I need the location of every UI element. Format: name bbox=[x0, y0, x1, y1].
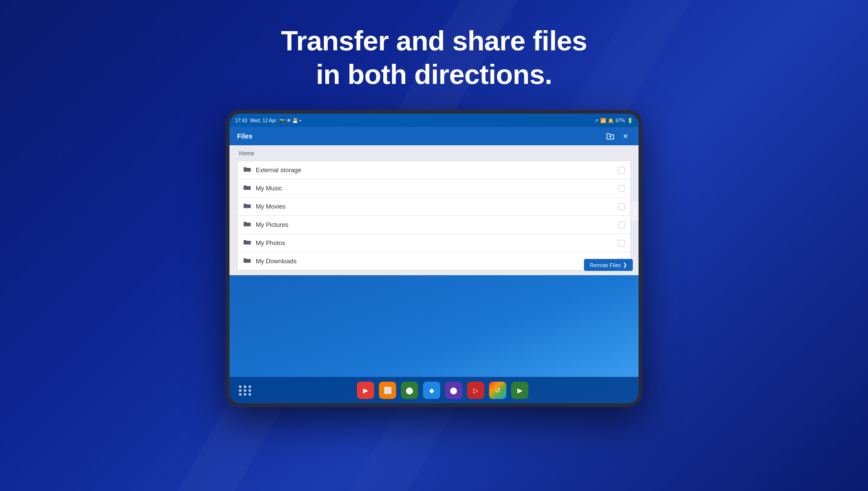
time-display: 17:43 bbox=[235, 118, 247, 123]
taskbar-app-app-multi[interactable]: ↺ bbox=[489, 382, 506, 399]
alarm-icon: 🔔 bbox=[608, 118, 614, 123]
taskbar-app-app-blue[interactable]: ◆ bbox=[423, 382, 440, 399]
taskbar-app-app-green[interactable]: ⬤ bbox=[401, 382, 418, 399]
battery-icon: 🔋 bbox=[627, 118, 633, 123]
taskbar: ▶⬜⬤◆⬤▷↺▶ bbox=[229, 377, 639, 403]
taskbar-app-app-red[interactable]: ▶ bbox=[357, 382, 374, 399]
wifi-icon: 📶 bbox=[600, 118, 606, 123]
side-handle[interactable]: ❮ bbox=[631, 201, 639, 221]
date-display: Wed, 12 Apr bbox=[250, 118, 276, 123]
hero-line2: in both directions. bbox=[316, 58, 552, 90]
taskbar-app-app-green2[interactable]: ▶ bbox=[511, 382, 528, 399]
tablet-screen: 17:43 Wed, 12 Apr 📷 👁 💾 • ↗ 📶 🔔 67% 🔋 Fi… bbox=[229, 114, 639, 403]
status-bar: 17:43 Wed, 12 Apr 📷 👁 💾 • ↗ 📶 🔔 67% 🔋 bbox=[229, 114, 639, 127]
app-drawer-button[interactable] bbox=[237, 384, 251, 397]
status-left: 17:43 Wed, 12 Apr 📷 👁 💾 • bbox=[235, 118, 301, 123]
taskbar-app-app-red2[interactable]: ▷ bbox=[467, 382, 484, 399]
remote-files-label: Remote Files bbox=[590, 262, 621, 268]
status-right: ↗ 📶 🔔 67% 🔋 bbox=[594, 118, 633, 123]
taskbar-apps: ▶⬜⬤◆⬤▷↺▶ bbox=[254, 382, 631, 399]
taskbar-app-app-purple[interactable]: ⬤ bbox=[445, 382, 462, 399]
tablet-container: 17:43 Wed, 12 Apr 📷 👁 💾 • ↗ 📶 🔔 67% 🔋 Fi… bbox=[226, 110, 642, 407]
status-icons: 📷 👁 💾 • bbox=[279, 118, 301, 123]
remote-files-button[interactable]: Remote Files ❯ bbox=[584, 259, 633, 271]
desktop-area: ❮ Remote Files ❯ bbox=[229, 127, 639, 295]
tablet-frame: 17:43 Wed, 12 Apr 📷 👁 💾 • ↗ 📶 🔔 67% 🔋 Fi… bbox=[226, 110, 642, 407]
hero-title: Transfer and share files in both directi… bbox=[281, 24, 587, 91]
hero-line1: Transfer and share files bbox=[281, 25, 587, 56]
battery-display: 67% bbox=[616, 118, 625, 123]
taskbar-app-app-orange[interactable]: ⬜ bbox=[379, 382, 396, 399]
remote-files-chevron: ❯ bbox=[623, 262, 627, 268]
chevron-icon: ❮ bbox=[632, 208, 637, 214]
signal-icon: ↗ bbox=[594, 118, 598, 123]
